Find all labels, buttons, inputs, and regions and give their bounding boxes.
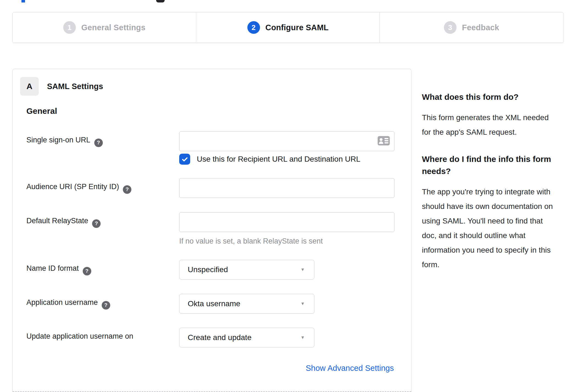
cutoff-icon-fragment xyxy=(156,0,165,2)
step-1-badge: 1 xyxy=(63,21,76,34)
step-2-label: Configure SAML xyxy=(266,23,329,32)
chevron-down-icon: ▼ xyxy=(300,335,305,340)
help-icon[interactable]: ? xyxy=(102,301,110,310)
advanced-settings-row: Show Advanced Settings xyxy=(26,364,394,373)
name-id-format-label: Name ID format? xyxy=(26,260,179,280)
relay-state-row: Default RelayState? If no value is set, … xyxy=(26,212,394,245)
section-title: SAML Settings xyxy=(47,82,103,91)
section-header: A SAML Settings xyxy=(20,77,103,96)
sso-url-input[interactable] xyxy=(179,132,394,151)
contact-card-icon[interactable] xyxy=(378,136,390,147)
relay-state-hint: If no value is set, a blank RelayState i… xyxy=(179,237,394,245)
app-username-select[interactable]: Okta username ▼ xyxy=(179,294,314,314)
step-3-label: Feedback xyxy=(462,23,499,32)
step-3-badge: 3 xyxy=(444,21,457,34)
sso-url-row: Single sign-on URL? xyxy=(26,131,394,151)
relay-state-input-wrap xyxy=(179,212,394,232)
step-1-label: General Settings xyxy=(81,23,146,32)
app-username-value: Okta username xyxy=(188,299,240,308)
sidebar-paragraph-what: This form generates the XML needed for t… xyxy=(422,110,564,139)
step-feedback[interactable]: 3 Feedback xyxy=(380,12,563,43)
sidebar-heading-what: What does this form do? xyxy=(422,91,564,103)
audience-uri-label: Audience URI (SP Entity ID)? xyxy=(26,178,179,198)
wizard-stepper: 1 General Settings 2 Configure SAML 3 Fe… xyxy=(12,12,563,43)
help-icon[interactable]: ? xyxy=(92,219,101,228)
help-icon[interactable]: ? xyxy=(94,139,103,147)
name-id-format-value: Unspecified xyxy=(188,265,228,274)
step-general-settings[interactable]: 1 General Settings xyxy=(13,12,196,43)
sso-url-label: Single sign-on URL? xyxy=(26,131,179,151)
app-username-label: Application username? xyxy=(26,294,179,314)
sidebar-paragraph-where: The app you're trying to integrate with … xyxy=(422,184,564,272)
recipient-url-checkbox-label: Use this for Recipient URL and Destinati… xyxy=(197,155,360,164)
step-configure-saml[interactable]: 2 Configure SAML xyxy=(196,12,380,43)
audience-uri-input-wrap xyxy=(179,178,394,198)
recipient-url-checkbox-row: Use this for Recipient URL and Destinati… xyxy=(179,154,360,165)
update-username-value: Create and update xyxy=(188,333,251,342)
relay-state-input[interactable] xyxy=(179,212,394,232)
chevron-down-icon: ▼ xyxy=(300,301,305,306)
relay-state-label: Default RelayState? xyxy=(26,212,179,245)
sso-url-input-wrap xyxy=(179,131,394,151)
saml-settings-panel: A SAML Settings General Single sign-on U… xyxy=(12,69,411,392)
audience-uri-row: Audience URI (SP Entity ID)? xyxy=(26,178,394,198)
recipient-url-checkbox[interactable] xyxy=(179,154,190,165)
help-icon[interactable]: ? xyxy=(123,185,131,194)
general-heading: General xyxy=(26,106,57,116)
cutoff-logo-fragment xyxy=(21,0,25,2)
name-id-format-row: Name ID format? Unspecified ▼ xyxy=(26,260,314,280)
section-letter-badge: A xyxy=(20,77,39,96)
help-sidebar: What does this form do? This form genera… xyxy=(422,91,564,286)
sidebar-heading-where: Where do I find the info this form needs… xyxy=(422,153,564,177)
chevron-down-icon: ▼ xyxy=(300,267,305,272)
update-username-select[interactable]: Create and update ▼ xyxy=(179,328,314,347)
app-username-row: Application username? Okta username ▼ xyxy=(26,294,314,314)
show-advanced-settings-link[interactable]: Show Advanced Settings xyxy=(306,364,394,372)
name-id-format-select[interactable]: Unspecified ▼ xyxy=(179,260,314,280)
audience-uri-input[interactable] xyxy=(179,178,394,198)
help-icon[interactable]: ? xyxy=(83,267,91,275)
update-username-label: Update application username on xyxy=(26,328,179,347)
update-username-row: Update application username on Create an… xyxy=(26,328,314,347)
step-2-badge: 2 xyxy=(247,21,260,34)
